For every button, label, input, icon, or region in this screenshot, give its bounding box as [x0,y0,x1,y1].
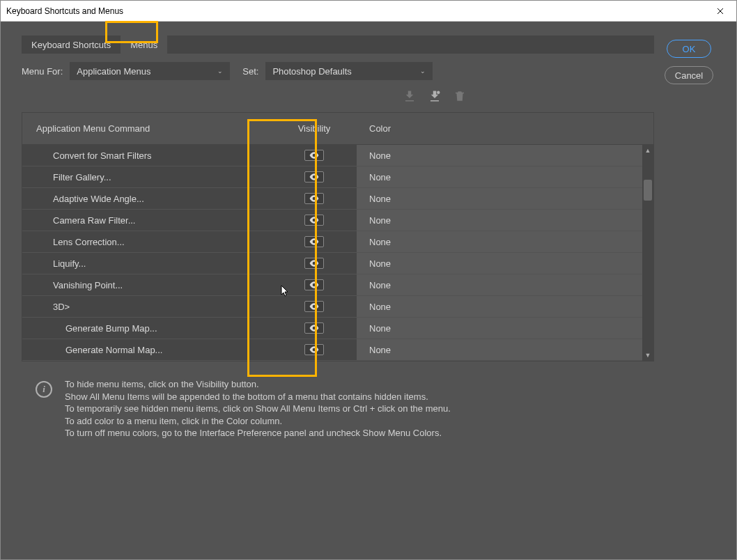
table-row[interactable]: Generate Normal Map...None [22,339,653,361]
visibility-toggle[interactable] [304,193,324,204]
window-title: Keyboard Shortcuts and Menus [6,6,123,16]
table-row[interactable]: 3D>None [22,296,653,318]
visibility-cell [272,344,357,355]
save-set-as-icon[interactable] [428,90,441,102]
visibility-cell [272,301,357,312]
header-command: Application Menu Command [22,123,272,134]
set-value: Photoshop Defaults [272,66,351,77]
table-row[interactable]: Adaptive Wide Angle...None [22,188,653,210]
right-column: OK Cancel [654,36,724,545]
table-row[interactable]: Filter Gallery...None [22,166,653,188]
command-label: Camera Raw Filter... [22,215,272,226]
color-cell[interactable]: None [357,318,642,339]
ok-button[interactable]: OK [667,40,711,58]
toolbar-icons [22,86,654,112]
scroll-track[interactable] [642,156,653,350]
command-label: Generate Normal Map... [22,345,272,355]
visibility-cell [272,322,357,334]
color-cell[interactable]: None [357,253,642,274]
tab-menus[interactable]: Menus [121,36,167,54]
visibility-toggle[interactable] [304,215,324,226]
command-label: Filter Gallery... [22,172,272,182]
table-row[interactable]: Generate Bump Map...None [22,318,653,339]
scroll-down-icon[interactable]: ▼ [642,350,653,361]
command-label: Convert for Smart Filters [22,150,272,161]
header-color: Color [357,123,642,134]
close-button[interactable] [704,1,736,22]
save-set-icon [403,90,416,102]
menu-table: Application Menu Command Visibility Colo… [22,112,654,361]
info-box: i To hide menu items, click on the Visib… [22,361,654,440]
set-label: Set: [242,66,258,77]
command-label: 3D> [22,302,272,312]
table-row[interactable]: Lens Correction...None [22,231,653,253]
table-rows: Convert for Smart FiltersNoneFilter Gall… [22,145,653,361]
visibility-toggle[interactable] [304,279,324,290]
color-cell[interactable]: None [357,274,642,295]
table-header: Application Menu Command Visibility Colo… [22,113,653,145]
command-label: Liquify... [22,258,272,269]
color-cell[interactable]: None [357,296,642,317]
cancel-button[interactable]: Cancel [665,66,713,84]
color-cell[interactable]: None [357,210,642,231]
chevron-down-icon: ⌄ [420,68,426,75]
command-label: Generate Bump Map... [22,323,272,334]
tab-keyboard-shortcuts[interactable]: Keyboard Shortcuts [22,36,121,54]
color-cell[interactable]: None [357,231,642,252]
titlebar: Keyboard Shortcuts and Menus [1,1,736,22]
visibility-cell [272,215,357,226]
visibility-toggle[interactable] [304,236,324,247]
set-dropdown[interactable]: Photoshop Defaults ⌄ [265,62,433,80]
info-line: Show All Menu Items will be appended to … [65,391,451,403]
scrollbar[interactable]: ▲ ▼ [642,145,653,361]
color-cell[interactable]: None [357,188,642,209]
main-column: Keyboard Shortcuts Menus Menu For: Appli… [22,36,654,545]
menu-for-value: Application Menus [77,66,150,77]
menu-for-dropdown[interactable]: Application Menus ⌄ [70,62,230,80]
info-icon: i [36,381,52,398]
tab-bar: Keyboard Shortcuts Menus [22,36,654,54]
command-label: Lens Correction... [22,237,272,247]
controls-row: Menu For: Application Menus ⌄ Set: Photo… [22,62,654,80]
visibility-cell [272,193,357,204]
color-cell[interactable]: None [357,166,642,187]
visibility-cell [272,279,357,290]
color-cell[interactable]: None [357,145,642,166]
visibility-toggle[interactable] [304,171,324,182]
visibility-cell [272,258,357,269]
chevron-down-icon: ⌄ [217,68,223,75]
info-line: To turn off menu colors, go to the Inter… [65,427,451,440]
svg-point-0 [437,91,440,95]
info-line: To temporarily see hidden menu items, cl… [65,403,451,415]
header-visibility: Visibility [272,123,357,134]
visibility-toggle[interactable] [304,301,324,312]
visibility-cell [272,236,357,247]
visibility-toggle[interactable] [304,322,324,334]
visibility-toggle[interactable] [304,150,324,161]
color-cell[interactable]: None [357,339,642,360]
menu-for-label: Menu For: [22,66,63,77]
command-label: Adaptive Wide Angle... [22,194,272,204]
dialog-window: Keyboard Shortcuts and Menus Keyboard Sh… [0,0,737,560]
visibility-cell [272,171,357,182]
table-row[interactable]: Liquify...None [22,253,653,274]
visibility-cell [272,150,357,161]
command-label: Vanishing Point... [22,280,272,290]
delete-set-icon [453,90,466,102]
info-line: To add color to a menu item, click in th… [65,415,451,428]
dialog-body: Keyboard Shortcuts Menus Menu For: Appli… [1,22,736,559]
table-row[interactable]: Convert for Smart FiltersNone [22,145,653,166]
info-line: To hide menu items, click on the Visibil… [65,378,451,391]
scroll-up-icon[interactable]: ▲ [642,145,653,156]
visibility-toggle[interactable] [304,344,324,355]
table-row[interactable]: Vanishing Point...None [22,274,653,296]
visibility-toggle[interactable] [304,258,324,269]
scroll-thumb[interactable] [644,180,652,201]
info-text: To hide menu items, click on the Visibil… [65,378,451,440]
table-row[interactable]: Camera Raw Filter...None [22,210,653,231]
